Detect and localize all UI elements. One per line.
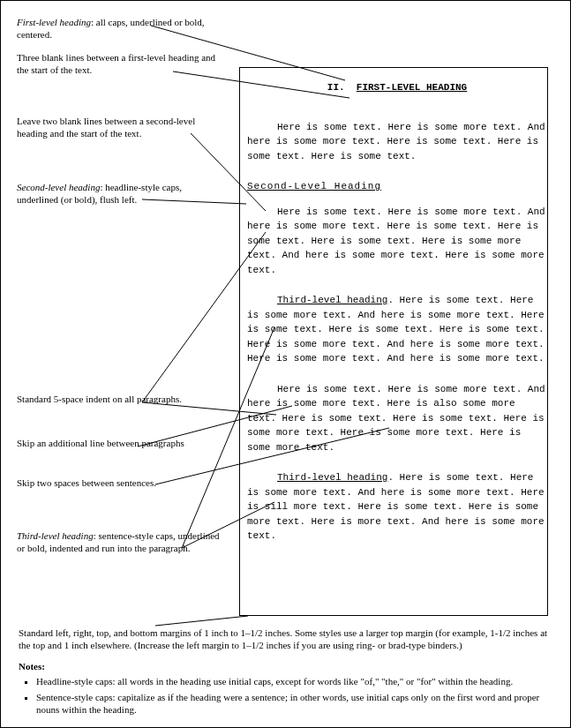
first-level-heading: II. FIRST-LEVEL HEADING (247, 80, 547, 95)
callout-text: Skip an additional line between paragrap… (17, 438, 184, 448)
paragraph-4: Here is some text. Here is some more tex… (247, 382, 547, 455)
paragraph-2: Here is some text. Here is some more tex… (247, 205, 547, 278)
third-level-heading-2: Third-level heading (277, 472, 387, 483)
notes-list: Headline-style caps: all words in the he… (24, 676, 552, 716)
callout-two-blank-lines: Leave two blank lines between a second-l… (17, 116, 220, 140)
callout-three-blank-lines: Three blank lines between a first-level … (17, 52, 220, 77)
callout-text: Three blank lines between a first-level … (17, 52, 215, 75)
callout-first-level-heading: First-level heading: all caps, underline… (17, 17, 220, 41)
second-level-heading: Second-Level Heading (247, 179, 547, 194)
bottom-block: Standard left, right, top, and bottom ma… (19, 627, 552, 720)
paragraph-3: Third-level heading. Here is some text. … (247, 293, 547, 366)
callout-label: Third-level heading (17, 530, 94, 541)
heading-text: FIRST-LEVEL HEADING (357, 82, 467, 93)
note-sentence-caps: Sentence-style caps: capitalize as if th… (36, 692, 552, 717)
paragraph-5: Third-level heading. Here is some text. … (247, 470, 547, 544)
callout-text: Skip two spaces between sentences. (17, 477, 156, 488)
callout-two-spaces: Skip two spaces between sentences. (17, 477, 156, 490)
sample-page: II. FIRST-LEVEL HEADING Here is some tex… (239, 67, 548, 616)
notes-title: Notes: (19, 661, 552, 673)
callout-third-level-heading: Third-level heading: sentence-style caps… (17, 530, 220, 555)
heading-number: II. (327, 82, 345, 93)
margins-note: Standard left, right, top, and bottom ma… (19, 627, 552, 652)
document-sheet: First-level heading: all caps, underline… (0, 0, 571, 728)
callout-skip-line: Skip an additional line between paragrap… (17, 438, 184, 450)
callout-text: Leave two blank lines between a second-l… (17, 116, 195, 139)
callout-text: Standard 5-space indent on all paragraph… (17, 394, 182, 404)
callout-indent: Standard 5-space indent on all paragraph… (17, 394, 182, 406)
callout-label: First-level heading (17, 17, 91, 27)
callout-label: Second-level heading (17, 182, 100, 192)
paragraph-1: Here is some text. Here is some more tex… (247, 120, 547, 164)
third-level-heading-1: Third-level heading (277, 295, 387, 305)
note-headline-caps: Headline-style caps: all words in the he… (36, 676, 552, 688)
svg-line-10 (155, 616, 248, 626)
callout-second-level-heading: Second-level heading: headline-style cap… (17, 182, 220, 206)
